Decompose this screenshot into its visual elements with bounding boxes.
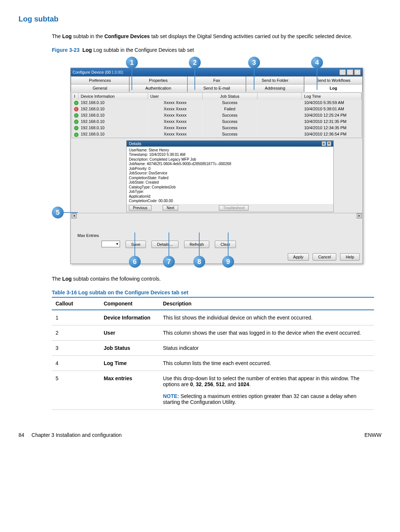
cell-description: This column lists the time each event oc… [159,356,374,371]
table-row[interactable]: 192.168.0.10Xxxxx XxxxxSuccess10/4/2010 … [72,125,361,131]
cell-ip: 192.168.0.10 [79,131,148,137]
cell-user: Xxxxx Xxxxx [148,125,203,131]
cell-status: Success [203,118,257,125]
cell-user: Xxxxx Xxxxx [148,100,203,106]
clear-button[interactable]: Clear [215,241,236,248]
page-number: 84 [19,432,24,438]
cell-user: Xxxxx Xxxxx [148,106,203,112]
callout-6: 6 [129,256,141,268]
status-icon [74,101,79,105]
after-figure-text: The Log subtab contains the following co… [52,275,381,283]
log-table-header: I Device Information User Job Status Log… [72,93,361,100]
tabs-row-1: Preferences Properties Fax Send to Folde… [71,76,363,84]
apply-button[interactable]: Apply [288,253,309,261]
save-button[interactable]: Save [126,241,146,248]
callout-4: 4 [311,57,323,68]
tab-log[interactable]: Log [304,84,363,92]
callout-2: 2 [189,57,201,68]
controls-table: Callout Component Description 1Device In… [52,297,374,410]
app-window: Configure Device (00 1.0.00) _ □ ✕ Prefe… [70,68,363,264]
tab-send-to-email[interactable]: Send to E-mail [187,84,246,92]
col-user[interactable]: User [148,93,203,100]
th-component: Component [100,297,159,310]
next-button[interactable]: Next [163,205,179,211]
cell-callout: 5 [52,371,100,410]
cell-description: This list shows the individual device on… [159,310,374,325]
intro-paragraph: The Log subtab in the Configure Devices … [52,33,381,40]
cell-ip: 192.168.0.10 [79,112,148,118]
tab-send-to-workflows[interactable]: Send to Workflows [304,76,363,84]
callout-7: 7 [163,256,175,268]
details-body: UserName: Steve HenryTimestamp: 10/4/201… [127,147,333,204]
details-title: Details [129,141,141,146]
col-log-time[interactable]: Log Time [302,93,361,100]
scroll-left-icon[interactable]: ◂ [71,213,77,218]
tab-addressing[interactable]: Addressing [246,84,304,92]
cell-component: Device Information [100,310,159,325]
cell-user: Xxxxx Xxxxx [148,131,203,137]
close-icon[interactable]: ✕ [354,69,361,75]
tab-preferences[interactable]: Preferences [71,76,129,84]
details-down-icon[interactable]: ▾ [327,141,331,146]
cancel-button[interactable]: Cancel [313,253,336,261]
table-row[interactable]: 192.168.0.10Xxxxx XxxxxFailed10/4/2010 5… [72,106,361,112]
table-row[interactable]: 192.168.0.10Xxxxx XxxxxSuccess10/4/2010 … [72,118,361,125]
tab-authentication[interactable]: Authentication [129,84,188,92]
log-table: I Device Information User Job Status Log… [71,93,362,138]
cell-status: Failed [203,106,257,112]
table-row[interactable]: 192.168.0.10Xxxxx XxxxxSuccess10/4/2010 … [72,100,361,106]
table-label: Table 3-16 Log subtab on the Configure D… [52,290,381,295]
window-title: Configure Device (00 [73,70,111,74]
max-entries-label: Max Entries [77,233,99,238]
troubleshoot-button[interactable]: Troubleshoot [219,205,249,211]
minimize-icon[interactable]: _ [339,69,346,75]
horizontal-scrollbar[interactable]: ◂ ▸ [71,213,363,219]
tab-fax[interactable]: Fax [187,76,246,84]
cell-user: Xxxxx Xxxxx [148,118,203,125]
cell-description: This column shows the user that was logg… [159,325,374,341]
status-icon [74,107,79,111]
details-panel: Details ▴ ▾ UserName: Steve HenryTimesta… [126,140,334,212]
table-row: 1Device InformationThis list shows the i… [52,310,374,325]
cell-callout: 3 [52,341,100,356]
dialog-buttons: Apply Cancel Help [71,252,363,264]
previous-button[interactable]: Previous [129,205,151,211]
tab-send-to-folder[interactable]: Send to Folder [246,76,304,84]
col-job-status[interactable]: Job Status [203,93,257,100]
cell-time: 10/4/2010 12:31:35 PM [302,118,361,125]
table-row[interactable]: 192.168.0.10Xxxxx XxxxxSuccess10/4/2010 … [72,112,361,118]
cell-ip: 192.168.0.10 [79,100,148,106]
cell-status: Success [203,100,257,106]
section-heading: Log subtab [19,15,381,23]
details-button[interactable]: Details... [151,241,179,248]
cell-component: Log Time [100,356,159,371]
table-row: 5Max entriesUse this drop-down list to s… [52,371,374,410]
refresh-button[interactable]: Refresh [184,241,210,248]
cell-time: 10/4/2010 12:34:35 PM [302,125,361,131]
footer-right: ENWW [364,432,381,438]
cell-user: Xxxxx Xxxxx [148,112,203,118]
table-row: 4Log TimeThis column lists the time each… [52,356,374,371]
tab-general[interactable]: General [71,84,129,92]
details-up-icon[interactable]: ▴ [322,141,326,146]
callout-8: 8 [193,256,205,268]
help-button[interactable]: Help [340,253,360,261]
window-titlebar[interactable]: Configure Device (00 1.0.00) _ □ ✕ [71,68,363,76]
cell-callout: 1 [52,310,100,325]
maximize-icon[interactable]: □ [347,69,353,75]
scroll-right-icon[interactable]: ▸ [357,213,362,218]
cell-component: Job Status [100,341,159,356]
figure-label: Figure 3-23 Log Log subtab in the Config… [52,47,381,53]
screenshot-figure: 1 2 3 4 5 6 7 8 9 Configure Device (00 1… [52,57,370,268]
col-device-information[interactable]: Device Information [79,93,148,100]
tabs-row-2: General Authentication Send to E-mail Ad… [71,84,363,92]
tab-properties[interactable]: Properties [129,76,188,84]
col-icon[interactable]: I [72,93,79,100]
window-title-suffix: 1.0.00) [111,70,123,74]
cell-status: Success [203,112,257,118]
status-icon [74,120,79,124]
max-entries-dropdown[interactable]: ▼ [101,241,120,247]
cell-time: 10/4/2010 12:25:24 PM [302,112,361,118]
table-row[interactable]: 192.168.0.10Xxxxx XxxxxSuccess10/4/2010 … [72,131,361,137]
th-description: Description [159,297,374,310]
